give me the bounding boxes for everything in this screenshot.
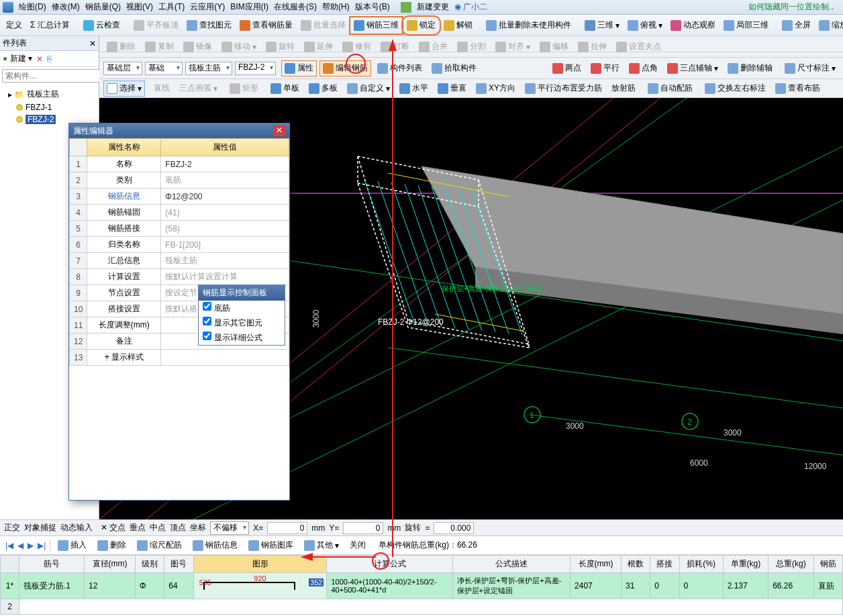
bt-close[interactable]: 关闭 <box>346 537 369 554</box>
btn-stretch[interactable]: 拉伸 <box>575 39 610 55</box>
close-icon[interactable]: ✕ <box>273 125 285 136</box>
draw-multi[interactable]: 多板 <box>305 81 341 97</box>
bt-insert[interactable]: 插入 <box>54 537 90 554</box>
btn-batchsel[interactable]: 批量选择 <box>297 17 349 34</box>
btn-del[interactable]: 删除 <box>103 39 139 55</box>
new-change[interactable]: 新建变更 <box>417 1 449 13</box>
tree-root[interactable]: ▸ 📁 筏板主筋 <box>5 87 99 101</box>
chk-formula[interactable]: 显示详细公式 <box>199 330 285 345</box>
cat-combo[interactable]: 基础 <box>145 62 183 75</box>
new-change-icon[interactable] <box>401 2 411 13</box>
draw-arc[interactable]: 三点画弧 ▾ <box>176 81 221 97</box>
menu-cloud[interactable]: 云应用(Y) <box>190 1 225 13</box>
draw-line[interactable]: 直线 <box>150 81 173 97</box>
chk-other[interactable]: 显示其它图元 <box>199 315 285 330</box>
prop-row[interactable]: 13+ 显示样式 <box>70 350 289 366</box>
btn-move[interactable]: 移动 ▾ <box>218 39 260 55</box>
btn-copy[interactable]: 复制 <box>142 39 177 55</box>
prop-row[interactable]: 1名称FBZJ-2 <box>70 156 289 172</box>
btn-3d[interactable]: 三维 ▾ <box>581 17 623 34</box>
snap-int[interactable]: ✕ 交点 <box>101 522 126 533</box>
btn-break[interactable]: 打断 <box>377 39 413 55</box>
draw-vert[interactable]: 垂直 <box>434 81 470 97</box>
menu-modify[interactable]: 修改(M) <box>52 1 80 13</box>
btn-pick[interactable]: 拾取构件 <box>428 60 480 76</box>
draw-radial[interactable]: 放射筋 <box>608 81 639 97</box>
snap-ortho[interactable]: 正交 <box>4 522 20 533</box>
dialog-title[interactable]: 属性编辑器✕ <box>69 123 289 138</box>
aux-par[interactable]: 平行 <box>587 60 623 76</box>
btn-lock[interactable]: 锁定 <box>403 17 439 34</box>
btn-trim[interactable]: 修剪 <box>339 39 375 55</box>
btn-rebar3d[interactable]: 钢筋三维 <box>350 17 402 34</box>
draw-horz[interactable]: 水平 <box>396 81 432 97</box>
draw-custom[interactable]: 自定义 ▾ <box>344 81 393 97</box>
help-tip[interactable]: 如何隐藏同一位置绘制.. <box>748 1 834 13</box>
btn-props[interactable]: 属性 <box>281 60 317 76</box>
bt-scale[interactable]: 缩尺配筋 <box>134 537 185 554</box>
btn-cloudcheck[interactable]: 云检查 <box>80 17 123 34</box>
btn-extend[interactable]: 延伸 <box>301 39 336 55</box>
draw-parallel[interactable]: 平行边布置受力筋 <box>522 81 605 97</box>
prop-row[interactable]: 2类别底筋 <box>70 172 289 189</box>
bt-lib[interactable]: 钢筋图库 <box>245 537 297 554</box>
aux-3pt[interactable]: 三点辅轴 ▾ <box>664 60 722 76</box>
prop-row[interactable]: 6归类名称FB-1[200] <box>70 237 289 253</box>
snap-osnap[interactable]: 对象捕捉 <box>24 522 56 533</box>
nav-first[interactable]: |◀ <box>5 541 13 550</box>
table-row[interactable]: 2 <box>1 599 843 615</box>
snap-vert[interactable]: 顶点 <box>170 522 186 533</box>
chk-bottom[interactable]: 底筋 <box>199 301 285 315</box>
draw-rect[interactable]: 矩形 <box>226 81 262 97</box>
btn-local3d[interactable]: 局部三维 <box>720 17 772 34</box>
draw-swap[interactable]: 交换左右标注 <box>701 81 769 97</box>
menu-bim[interactable]: BIM应用(I) <box>230 1 268 13</box>
user-badge[interactable]: ◉ 广小二 <box>454 1 487 13</box>
btn-mirror[interactable]: 镜像 <box>180 39 215 55</box>
aux-ang[interactable]: 点角 <box>626 60 661 76</box>
copy-icon[interactable]: ⎘ <box>47 54 52 64</box>
aux-dim[interactable]: 尺寸标注 ▾ <box>781 60 839 76</box>
btn-sum[interactable]: Σ 汇总计算 <box>27 17 73 34</box>
btn-merge[interactable]: 合并 <box>415 39 451 55</box>
btn-editrebar[interactable]: 编辑钢筋 <box>319 60 371 76</box>
bt-other[interactable]: 其他 ▾ <box>301 537 342 554</box>
draw-single[interactable]: 单板 <box>267 81 303 97</box>
btn-batchdel[interactable]: 批量删除未使用构件 <box>483 17 575 34</box>
btn-viewrebar[interactable]: 查看钢筋量 <box>236 17 296 34</box>
btn-split[interactable]: 分割 <box>454 39 489 55</box>
offset-combo[interactable]: 不偏移 <box>210 521 249 535</box>
menu-rebar[interactable]: 钢筋量(Q) <box>85 1 121 13</box>
btn-rotate[interactable]: 旋转 <box>262 39 298 55</box>
draw-xy[interactable]: XY方向 <box>473 81 519 97</box>
new-btn[interactable]: ● 新建 ▾ <box>3 53 32 64</box>
bt-delete[interactable]: 删除 <box>94 537 130 554</box>
prop-row[interactable]: 3钢筋信息Φ12@200 <box>70 189 289 205</box>
btn-grip[interactable]: 设置夹点 <box>613 39 664 55</box>
menu-help[interactable]: 帮助(H) <box>322 1 350 13</box>
del-icon[interactable]: ✕ <box>36 54 43 64</box>
menu-version[interactable]: 版本号(B) <box>355 1 390 13</box>
btn-offset[interactable]: 偏移 <box>536 39 572 55</box>
snap-mid[interactable]: 中点 <box>150 522 166 533</box>
menu-tools[interactable]: 工具(T) <box>158 1 185 13</box>
menu-view[interactable]: 视图(V) <box>126 1 153 13</box>
prop-row[interactable]: 5钢筋搭接(58) <box>70 221 289 237</box>
y-input[interactable] <box>343 522 383 534</box>
menu-draw[interactable]: 绘图(D) <box>19 1 46 13</box>
nav-last[interactable]: ▶| <box>38 541 46 550</box>
snap-perp[interactable]: 垂点 <box>130 522 146 533</box>
btn-select[interactable]: 选择 ▾ <box>103 81 145 97</box>
btn-define[interactable]: 定义 <box>3 17 26 34</box>
aux-del[interactable]: 删除辅轴 <box>724 60 776 76</box>
nav-next[interactable]: ▶ <box>28 541 34 550</box>
draw-auto[interactable]: 自动配筋 <box>644 81 696 97</box>
rot-input[interactable] <box>434 522 474 534</box>
type-combo[interactable]: 筏板主筋 <box>185 62 232 75</box>
table-row[interactable]: 1* 筏板受力筋.1 12 Φ 64 535 920 352 1000-40+(… <box>1 573 843 599</box>
btn-complist[interactable]: 构件列表 <box>374 60 426 76</box>
layer-combo[interactable]: 基础层 <box>103 62 142 75</box>
btn-align[interactable]: 对齐 ▾ <box>492 39 534 55</box>
panel-title[interactable]: 钢筋显示控制面板 <box>199 285 285 301</box>
menu-online[interactable]: 在线服务(S) <box>274 1 317 13</box>
